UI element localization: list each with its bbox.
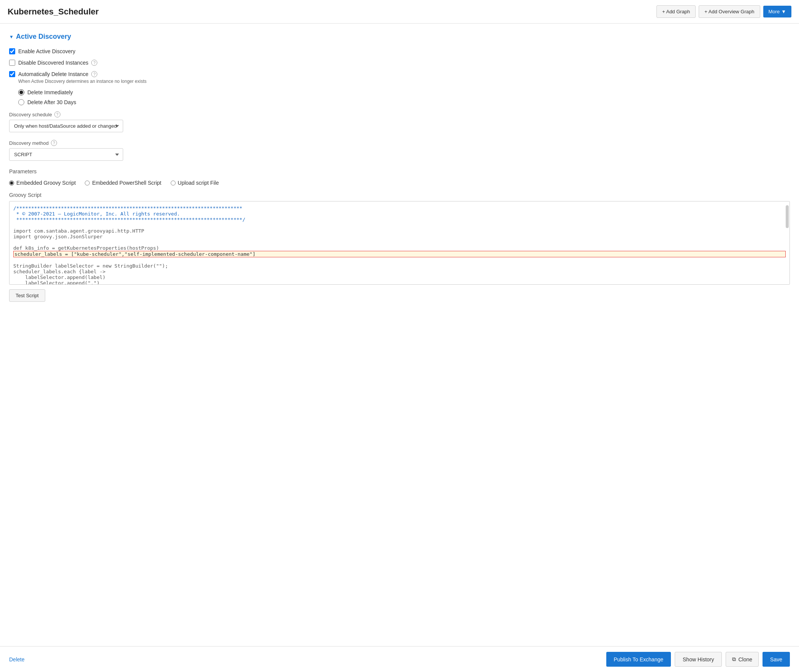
upload-script-label[interactable]: Upload script File	[178, 180, 219, 186]
auto-delete-instance-checkbox[interactable]	[9, 71, 15, 77]
chevron-down-icon: ▼	[781, 9, 786, 14]
delete-immediately-label[interactable]: Delete Immediately	[27, 89, 73, 95]
discovery-method-select[interactable]: SCRIPT WMI SNMP	[9, 148, 123, 161]
discovery-method-field: Discovery method ? SCRIPT WMI SNMP	[9, 140, 790, 161]
footer-right-actions: Publish To Exchange Show History ⧉ Clone…	[606, 652, 790, 667]
embedded-powershell-radio[interactable]	[85, 181, 90, 186]
discovery-schedule-select[interactable]: Only when host/DataSource added or chang…	[9, 120, 123, 132]
header: Kubernetes_Scheduler + Add Graph + Add O…	[0, 0, 799, 24]
disable-discovered-instances-row: Disable Discovered Instances ?	[9, 60, 790, 66]
discovery-method-label: Discovery method ?	[9, 140, 790, 146]
embedded-groovy-row: Embedded Groovy Script	[9, 180, 76, 186]
delete-immediately-radio[interactable]	[18, 89, 24, 95]
discovery-schedule-field: Discovery schedule ? Only when host/Data…	[9, 111, 790, 132]
add-graph-button[interactable]: + Add Graph	[656, 5, 696, 18]
discovery-method-help-icon[interactable]: ?	[51, 140, 57, 146]
enable-active-discovery-checkbox[interactable]	[9, 48, 15, 54]
show-history-button[interactable]: Show History	[675, 652, 722, 667]
delete-after-30-row: Delete After 30 Days	[18, 99, 790, 105]
disable-discovered-instances-label[interactable]: Disable Discovered Instances	[18, 60, 88, 66]
delete-radio-group: Delete Immediately Delete After 30 Days	[18, 89, 790, 105]
embedded-powershell-label[interactable]: Embedded PowerShell Script	[92, 180, 161, 186]
header-actions: + Add Graph + Add Overview Graph More ▼	[656, 5, 791, 18]
more-button[interactable]: More ▼	[763, 6, 792, 18]
chevron-down-icon: ▼	[9, 34, 14, 40]
groovy-script-editor[interactable]: /***************************************…	[9, 201, 790, 285]
disable-discovered-help-icon[interactable]: ?	[91, 60, 97, 66]
enable-active-discovery-label[interactable]: Enable Active Discovery	[18, 48, 75, 54]
enable-active-discovery-row: Enable Active Discovery	[9, 48, 790, 54]
discovery-schedule-label: Discovery schedule ?	[9, 111, 790, 117]
upload-script-radio[interactable]	[171, 181, 176, 186]
parameters-label: Parameters	[9, 168, 790, 174]
publish-to-exchange-button[interactable]: Publish To Exchange	[606, 652, 671, 667]
upload-script-row: Upload script File	[171, 180, 219, 186]
delete-after-30-days-radio[interactable]	[18, 99, 24, 105]
embedded-powershell-row: Embedded PowerShell Script	[85, 180, 161, 186]
script-type-group: Embedded Groovy Script Embedded PowerShe…	[9, 180, 790, 186]
save-button[interactable]: Save	[762, 652, 790, 667]
scrollbar-thumb[interactable]	[786, 205, 789, 228]
clone-icon: ⧉	[732, 656, 736, 662]
auto-delete-instance-label[interactable]: Automatically Delete Instance	[18, 71, 88, 77]
delete-button[interactable]: Delete	[9, 656, 24, 662]
add-overview-graph-button[interactable]: + Add Overview Graph	[699, 5, 760, 18]
clone-button[interactable]: ⧉ Clone	[725, 652, 759, 667]
active-discovery-section-title: ▼ Active Discovery	[9, 33, 790, 41]
auto-delete-instance-row: Automatically Delete Instance ?	[9, 71, 790, 77]
delete-after-30-days-label[interactable]: Delete After 30 Days	[27, 99, 76, 105]
delete-immediately-row: Delete Immediately	[18, 89, 790, 95]
disable-discovered-instances-checkbox[interactable]	[9, 60, 15, 66]
auto-delete-help-icon[interactable]: ?	[91, 71, 97, 77]
embedded-groovy-label[interactable]: Embedded Groovy Script	[16, 180, 76, 186]
groovy-script-label: Groovy Script	[9, 192, 790, 198]
page-title: Kubernetes_Scheduler	[8, 7, 656, 17]
test-script-button[interactable]: Test Script	[9, 289, 45, 302]
main-content: ▼ Active Discovery Enable Active Discove…	[0, 24, 799, 672]
footer: Delete Publish To Exchange Show History …	[0, 646, 799, 672]
discovery-schedule-help-icon[interactable]: ?	[54, 111, 61, 117]
app-container: Kubernetes_Scheduler + Add Graph + Add O…	[0, 0, 799, 672]
embedded-groovy-radio[interactable]	[9, 181, 14, 186]
auto-delete-subtext: When Active Discovery determines an inst…	[18, 79, 790, 84]
